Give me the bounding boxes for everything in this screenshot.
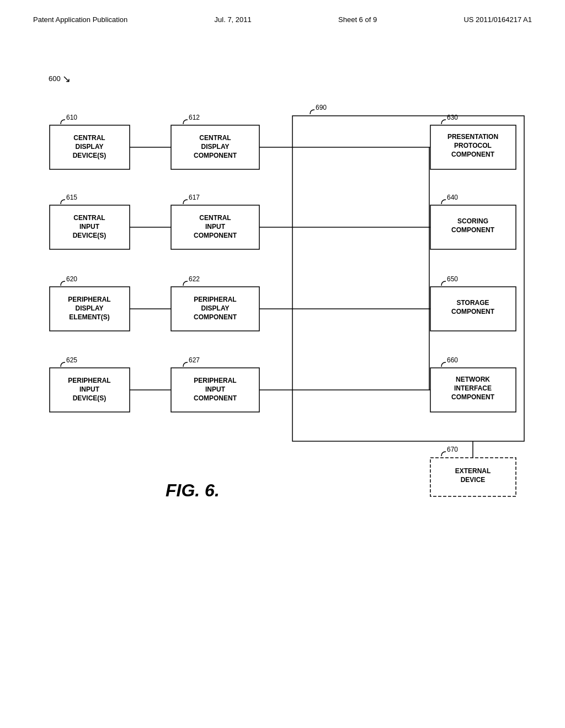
svg-text:INPUT: INPUT [205, 386, 226, 393]
svg-text:DEVICE(S): DEVICE(S) [73, 394, 106, 402]
svg-text:ELEMENT(S): ELEMENT(S) [69, 313, 109, 321]
box-615: 615 CENTRAL INPUT DEVICE(S) [50, 194, 130, 249]
svg-text:PERIPHERAL: PERIPHERAL [194, 296, 236, 303]
svg-text:625: 625 [66, 356, 77, 364]
box-610: 610 CENTRAL DISPLAY DEVICE(S) [50, 114, 130, 169]
svg-text:COMPONENT: COMPONENT [194, 313, 237, 321]
svg-text:PROTOCOL: PROTOCOL [454, 142, 492, 149]
svg-text:640: 640 [447, 194, 458, 201]
box-620: 620 PERIPHERAL DISPLAY ELEMENT(S) [50, 275, 130, 331]
svg-text:CENTRAL: CENTRAL [199, 134, 231, 142]
svg-text:DEVICE: DEVICE [461, 476, 486, 484]
svg-text:CENTRAL: CENTRAL [199, 214, 231, 222]
svg-text:COMPONENT: COMPONENT [451, 151, 495, 158]
svg-text:DEVICE(S): DEVICE(S) [73, 152, 106, 159]
svg-text:610: 610 [66, 114, 77, 121]
page-header: Patent Application Publication Jul. 7, 2… [0, 0, 565, 24]
svg-text:DISPLAY: DISPLAY [201, 143, 230, 151]
figure-label: FIG. 6. [166, 480, 220, 500]
svg-text:DISPLAY: DISPLAY [201, 304, 230, 312]
box-612: 612 CENTRAL DISPLAY COMPONENT [171, 114, 259, 169]
svg-text:INPUT: INPUT [205, 223, 226, 231]
svg-text:INPUT: INPUT [79, 386, 100, 393]
svg-text:690: 690 [316, 104, 327, 111]
box-622: 622 PERIPHERAL DISPLAY COMPONENT [171, 275, 259, 331]
box-625: 625 PERIPHERAL INPUT DEVICE(S) [50, 356, 130, 412]
box-627: 627 PERIPHERAL INPUT COMPONENT [171, 356, 259, 412]
svg-text:PERIPHERAL: PERIPHERAL [68, 377, 110, 384]
svg-text:DISPLAY: DISPLAY [76, 143, 104, 151]
svg-text:627: 627 [189, 356, 200, 364]
svg-text:INPUT: INPUT [79, 223, 100, 231]
svg-text:COMPONENT: COMPONENT [194, 152, 237, 159]
svg-text:COMPONENT: COMPONENT [451, 393, 495, 401]
box-617: 617 CENTRAL INPUT COMPONENT [171, 194, 259, 249]
svg-text:622: 622 [189, 275, 200, 283]
svg-text:COMPONENT: COMPONENT [451, 308, 495, 315]
svg-text:EXTERNAL: EXTERNAL [455, 467, 491, 475]
svg-text:DISPLAY: DISPLAY [76, 304, 104, 312]
svg-text:PRESENTATION: PRESENTATION [447, 133, 498, 141]
svg-text:615: 615 [66, 194, 77, 201]
diagram-svg: 610 CENTRAL DISPLAY DEVICE(S) 615 CENTRA… [44, 94, 541, 507]
svg-text:617: 617 [189, 194, 200, 201]
svg-text:COMPONENT: COMPONENT [194, 394, 237, 402]
header-center-date: Jul. 7, 2011 [215, 15, 252, 24]
svg-text:630: 630 [447, 114, 458, 121]
svg-text:660: 660 [447, 356, 458, 364]
svg-text:612: 612 [189, 114, 200, 121]
svg-text:650: 650 [447, 275, 458, 283]
header-patent: US 2011/0164217 A1 [463, 15, 532, 24]
ref-600-label: 600 ↘ [49, 72, 71, 84]
header-sheet: Sheet 6 of 9 [338, 15, 377, 24]
svg-text:COMPONENT: COMPONENT [451, 226, 495, 234]
svg-text:NETWORK: NETWORK [456, 376, 490, 383]
header-left: Patent Application Publication [33, 15, 127, 24]
svg-text:INTERFACE: INTERFACE [454, 384, 492, 392]
svg-text:SCORING: SCORING [457, 217, 488, 225]
svg-text:CENTRAL: CENTRAL [73, 134, 105, 142]
svg-text:CENTRAL: CENTRAL [73, 214, 105, 222]
svg-text:670: 670 [447, 446, 458, 453]
svg-text:STORAGE: STORAGE [456, 299, 489, 307]
svg-text:PERIPHERAL: PERIPHERAL [194, 377, 236, 384]
svg-text:COMPONENT: COMPONENT [194, 232, 237, 239]
svg-text:DEVICE(S): DEVICE(S) [73, 232, 106, 239]
svg-text:PERIPHERAL: PERIPHERAL [68, 296, 110, 303]
svg-text:620: 620 [66, 275, 77, 283]
